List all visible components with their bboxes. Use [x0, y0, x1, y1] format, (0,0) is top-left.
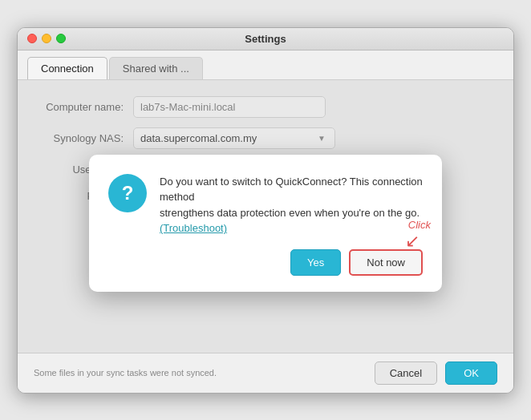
click-label-text: Click [408, 219, 431, 231]
quickconnect-dialog: ? Do you want to switch to QuickConnect?… [89, 155, 442, 292]
traffic-lights [27, 34, 66, 43]
maximize-button[interactable] [56, 34, 66, 43]
footer-buttons: Cancel OK [375, 361, 497, 385]
click-annotation: Click ↙ [405, 219, 431, 252]
not-now-button[interactable]: Not now [349, 249, 423, 276]
window-title: Settings [245, 33, 286, 45]
title-bar: Settings [18, 28, 513, 50]
yes-button[interactable]: Yes [290, 249, 341, 276]
troubleshoot-link[interactable]: (Troubleshoot) [160, 222, 227, 234]
tab-bar: Connection Shared with ... [18, 50, 513, 80]
dialog-text: Do you want to switch to QuickConnect? T… [160, 174, 423, 236]
close-button[interactable] [27, 34, 37, 43]
dialog-buttons: Yes Click ↙ Not now [108, 249, 423, 276]
status-text: Some files in your sync tasks were not s… [34, 368, 217, 378]
tab-connection[interactable]: Connection [27, 57, 107, 79]
question-icon: ? [108, 174, 147, 212]
dialog-body: ? Do you want to switch to QuickConnect?… [108, 174, 423, 236]
ok-button[interactable]: OK [445, 361, 497, 385]
tab-shared-with[interactable]: Shared with ... [109, 57, 203, 79]
settings-window: Settings Connection Shared with ... Comp… [17, 27, 514, 394]
cancel-button[interactable]: Cancel [375, 361, 437, 385]
footer: Some files in your sync tasks were not s… [18, 353, 513, 393]
content-area: Computer name: Synology NAS: data.superc… [18, 80, 513, 353]
click-arrow-icon: ↙ [405, 231, 431, 252]
minimize-button[interactable] [42, 34, 51, 43]
not-now-wrapper: Click ↙ Not now [349, 249, 423, 276]
